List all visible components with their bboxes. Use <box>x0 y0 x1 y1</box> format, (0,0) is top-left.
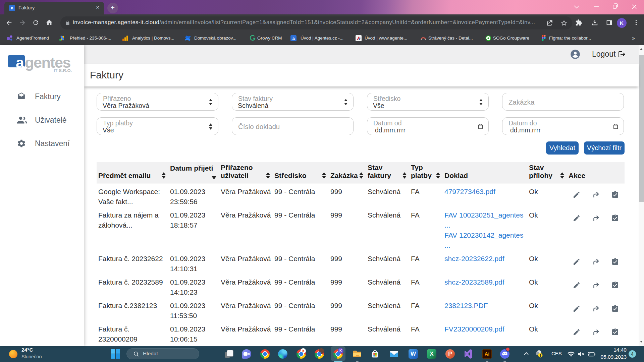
svg-text:a: a <box>292 36 295 41</box>
